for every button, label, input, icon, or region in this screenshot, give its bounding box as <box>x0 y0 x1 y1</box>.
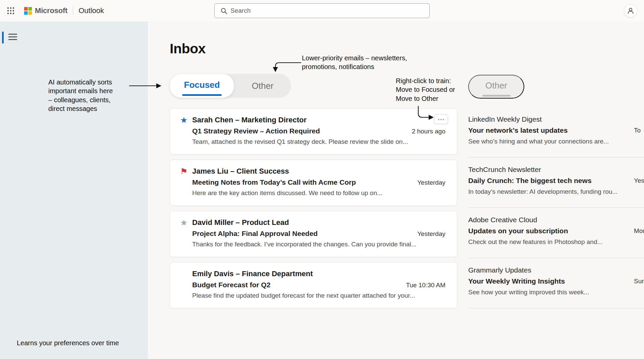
email-preview: See who’s hiring and what your connectio… <box>468 138 644 145</box>
flag-icon[interactable] <box>180 167 192 205</box>
email-subject: Project Alpha: Final Approval Needed <box>192 230 318 238</box>
email-item-emily-davis[interactable]: Emily Davis – Finance Department Budget … <box>170 262 457 308</box>
person-icon <box>627 7 634 14</box>
email-sender: TechCrunch Newsletter <box>468 166 644 174</box>
annotation-learns-preferences: Learns your preferences over time <box>17 339 119 347</box>
email-sender: Sarah Chen – Marketing Director <box>192 116 445 124</box>
email-item-david-miller[interactable]: David Miller – Product Lead Project Alph… <box>170 211 457 257</box>
email-preview: Thanks for the feedback. I’ve incorporat… <box>192 241 445 248</box>
waffle-grid-icon <box>7 7 14 14</box>
email-time: Mor <box>634 227 644 235</box>
email-content: David Miller – Product Lead Project Alph… <box>192 218 445 257</box>
brand-name: Microsoft <box>35 6 67 15</box>
page-title: Inbox <box>170 41 206 57</box>
email-time: To <box>634 127 641 134</box>
email-subject: Budget Forecast for Q2 <box>192 281 270 289</box>
more-options-button[interactable] <box>434 114 448 124</box>
email-time: Tue 10:30 AM <box>406 282 445 289</box>
email-time: Sun <box>634 278 644 285</box>
left-sidebar: AI automatically sorts important emails … <box>0 21 148 359</box>
other-email-list: LinkedIn Weekly Digest Your network’s la… <box>468 107 644 308</box>
email-preview: Check out the new features in Photoshop … <box>468 238 644 246</box>
email-time: 2 hours ago <box>412 128 445 135</box>
email-time: Yesterday <box>417 179 445 186</box>
tab-focused[interactable]: Focused <box>170 74 234 98</box>
tab-other-label: Other <box>252 81 273 91</box>
outlook-app: Microsoft Outlook <box>0 0 644 359</box>
annotation-other-tab: Lower-priority emails – newsletters, pro… <box>302 54 407 71</box>
email-preview: See how your writing improved this week.… <box>468 289 644 296</box>
other-tab-indicator <box>482 95 511 97</box>
email-sender: Adobe Creative Cloud <box>468 216 644 224</box>
app-name: Outlook <box>78 6 104 15</box>
email-subject: Q1 Strategy Review – Action Required <box>192 127 320 135</box>
email-subject: Your Weekly Writing Insights <box>468 277 644 285</box>
microsoft-logo-icon <box>24 7 32 15</box>
email-preview: Here are the key action items discussed.… <box>192 189 445 197</box>
app-launcher-icon[interactable] <box>3 3 18 18</box>
inbox-tab-group: Focused Other <box>170 74 291 98</box>
email-time: Yesterday <box>417 230 445 238</box>
email-sender: Grammarly Updates <box>468 266 644 274</box>
email-content: Emily Davis – Finance Department Budget … <box>192 270 445 308</box>
email-sender: Emily Davis – Finance Department <box>192 270 445 278</box>
email-item-adobe[interactable]: Adobe Creative Cloud Updates on your sub… <box>468 208 644 258</box>
search-bar[interactable] <box>214 3 430 18</box>
annotation-right-click-train: Right-click to train: Move to Focused or… <box>396 76 455 103</box>
email-preview: In today’s newsletter: AI developments, … <box>468 188 644 195</box>
email-preview: Please find the updated budget forecast … <box>192 292 445 299</box>
email-content: Sarah Chen – Marketing Director Q1 Strat… <box>192 116 445 154</box>
email-item-linkedin[interactable]: LinkedIn Weekly Digest Your network’s la… <box>468 107 644 158</box>
email-content: James Liu – Client Success Meeting Notes… <box>192 167 445 205</box>
search-icon <box>221 8 227 14</box>
active-tab-indicator <box>182 94 222 96</box>
nav-accent-bar <box>2 32 4 44</box>
brand-divider <box>73 6 73 15</box>
email-item-james-liu[interactable]: James Liu – Client Success Meeting Notes… <box>170 160 457 206</box>
email-sender: LinkedIn Weekly Digest <box>468 115 644 123</box>
email-sender: David Miller – Product Lead <box>192 218 445 227</box>
email-subject: Updates on your subscription <box>468 227 644 235</box>
email-preview: Team, attached is the revised Q1 strateg… <box>192 138 445 145</box>
other-panel-tab[interactable]: Other <box>468 75 524 99</box>
annotation-focused-inbox: AI automatically sorts important emails … <box>48 78 139 113</box>
star-filled-icon[interactable] <box>180 116 192 154</box>
top-bar: Microsoft Outlook <box>0 0 644 21</box>
search-input[interactable] <box>230 7 425 14</box>
star-outline-icon[interactable] <box>180 218 192 257</box>
email-subject: Meeting Notes from Today’s Call with Acm… <box>192 178 356 186</box>
other-panel-tab-label: Other <box>485 80 507 91</box>
email-item-sarah-chen[interactable]: Sarah Chen – Marketing Director Q1 Strat… <box>170 108 457 155</box>
brand-area: Microsoft Outlook <box>24 6 104 15</box>
arrow-to-other-tab <box>275 63 301 71</box>
tab-focused-label: Focused <box>184 80 220 90</box>
email-item-techcrunch[interactable]: TechCrunch Newsletter Daily Crunch: The … <box>468 158 644 208</box>
tab-other[interactable]: Other <box>234 74 291 98</box>
no-icon-spacer <box>180 270 192 308</box>
email-subject: Your network’s latest updates <box>468 126 644 134</box>
focused-email-list: Sarah Chen – Marketing Director Q1 Strat… <box>170 108 457 308</box>
account-button[interactable] <box>624 4 637 17</box>
email-item-grammarly[interactable]: Grammarly Updates Your Weekly Writing In… <box>468 258 644 308</box>
hamburger-menu-icon[interactable] <box>6 30 19 44</box>
email-time: Yest <box>634 177 644 184</box>
email-sender: James Liu – Client Success <box>192 167 445 176</box>
email-subject: Daily Crunch: The biggest tech news <box>468 177 644 185</box>
